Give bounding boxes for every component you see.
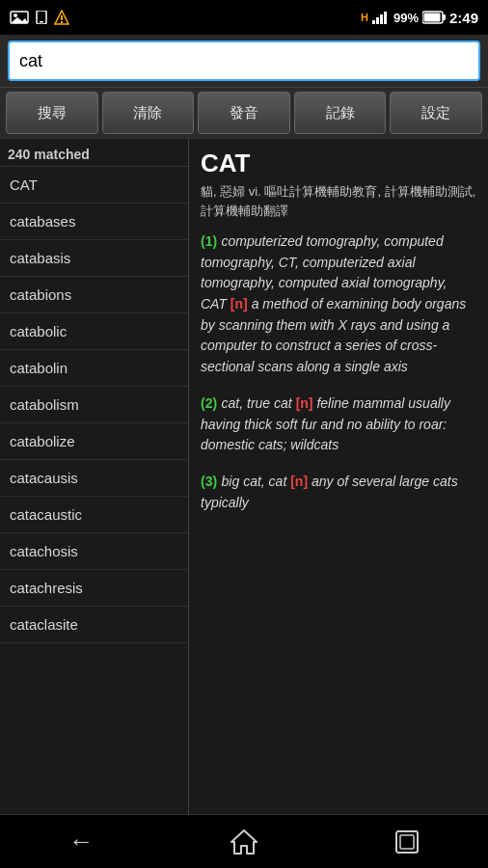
status-info-right: H 99% 2:49 bbox=[361, 10, 478, 26]
list-item[interactable]: catabolize bbox=[0, 423, 188, 460]
clear-button[interactable]: 清除 bbox=[102, 92, 195, 134]
definition-subtitle: 貓, 惡婦 vi. 嘔吐計算機輔助教育, 計算機輔助測試, 計算機輔助翻譯 bbox=[201, 182, 476, 220]
svg-rect-9 bbox=[376, 17, 379, 24]
list-item[interactable]: catabasis bbox=[0, 240, 188, 277]
warning-icon bbox=[54, 10, 69, 25]
svg-marker-15 bbox=[231, 830, 257, 854]
svg-rect-6 bbox=[61, 15, 63, 20]
definition-title: CAT bbox=[201, 149, 476, 178]
recent-apps-button[interactable] bbox=[378, 821, 436, 863]
entry-number-3: (3) bbox=[201, 474, 217, 489]
list-item[interactable]: cataclasite bbox=[0, 607, 188, 643]
clock-time: 2:49 bbox=[449, 10, 478, 26]
svg-marker-2 bbox=[11, 17, 28, 23]
svg-point-1 bbox=[14, 14, 17, 17]
entry-text-3: big cat, cat [n] any of several large ca… bbox=[201, 474, 458, 510]
list-item[interactable]: CAT bbox=[0, 167, 188, 203]
list-item[interactable]: catachosis bbox=[0, 533, 188, 570]
entry-tag-1: [n] bbox=[230, 296, 248, 312]
phone-icon bbox=[35, 11, 48, 24]
svg-rect-4 bbox=[40, 21, 43, 23]
settings-button[interactable]: 設定 bbox=[390, 92, 482, 134]
list-item[interactable]: catabolism bbox=[0, 387, 188, 423]
search-button[interactable]: 搜尋 bbox=[6, 92, 98, 134]
svg-rect-17 bbox=[400, 835, 414, 849]
definition-entry-1: (1) computerized tomography, computed to… bbox=[201, 231, 476, 378]
list-item[interactable]: catabases bbox=[0, 203, 188, 240]
svg-rect-13 bbox=[443, 14, 446, 20]
search-bar bbox=[0, 35, 488, 88]
pronounce-button[interactable]: 發音 bbox=[198, 92, 290, 134]
main-content: 240 matched CAT catabases catabasis cata… bbox=[0, 139, 488, 814]
signal-h-icon: H bbox=[361, 12, 368, 23]
status-bar: H 99% 2:49 bbox=[0, 0, 488, 35]
bottom-nav: ← bbox=[0, 814, 488, 868]
svg-rect-14 bbox=[423, 14, 440, 22]
recent-apps-icon bbox=[394, 829, 420, 854]
matched-count: 240 matched bbox=[0, 139, 188, 167]
list-item[interactable]: catabolin bbox=[0, 350, 188, 387]
image-icon bbox=[10, 11, 29, 24]
list-item[interactable]: catacausis bbox=[0, 460, 188, 497]
entry-tag-3: [n] bbox=[290, 474, 308, 489]
battery-icon bbox=[422, 11, 446, 24]
entry-number-2: (2) bbox=[201, 395, 217, 411]
home-icon bbox=[230, 828, 258, 855]
svg-rect-10 bbox=[380, 14, 383, 24]
search-input[interactable] bbox=[8, 41, 480, 81]
entry-tag-2: [n] bbox=[296, 395, 313, 411]
list-item[interactable]: catachresis bbox=[0, 570, 188, 607]
home-button[interactable] bbox=[215, 821, 273, 863]
entry-text-2: cat, true cat [n] feline mammal usually … bbox=[201, 395, 450, 452]
battery-percent: 99% bbox=[393, 11, 419, 25]
svg-rect-11 bbox=[384, 12, 387, 24]
status-icons-left bbox=[10, 10, 69, 25]
definition-panel: CAT 貓, 惡婦 vi. 嘔吐計算機輔助教育, 計算機輔助測試, 計算機輔助翻… bbox=[189, 139, 488, 814]
toolbar: 搜尋 清除 發音 記錄 設定 bbox=[0, 88, 488, 139]
list-item[interactable]: catabions bbox=[0, 277, 188, 313]
svg-rect-7 bbox=[61, 21, 63, 23]
svg-rect-8 bbox=[372, 20, 375, 24]
signal-bars-icon bbox=[372, 11, 390, 24]
entry-text-1: computerized tomography, computed tomogr… bbox=[201, 233, 466, 374]
history-button[interactable]: 記錄 bbox=[294, 92, 387, 134]
back-icon: ← bbox=[68, 827, 94, 856]
back-button[interactable]: ← bbox=[52, 821, 110, 863]
definition-entry-2: (2) cat, true cat [n] feline mammal usua… bbox=[201, 393, 476, 456]
definition-entry-3: (3) big cat, cat [n] any of several larg… bbox=[201, 472, 476, 513]
word-list-panel: 240 matched CAT catabases catabasis cata… bbox=[0, 139, 189, 814]
list-item[interactable]: catacaustic bbox=[0, 497, 188, 533]
entry-number-1: (1) bbox=[201, 233, 217, 249]
list-item[interactable]: catabolic bbox=[0, 313, 188, 350]
